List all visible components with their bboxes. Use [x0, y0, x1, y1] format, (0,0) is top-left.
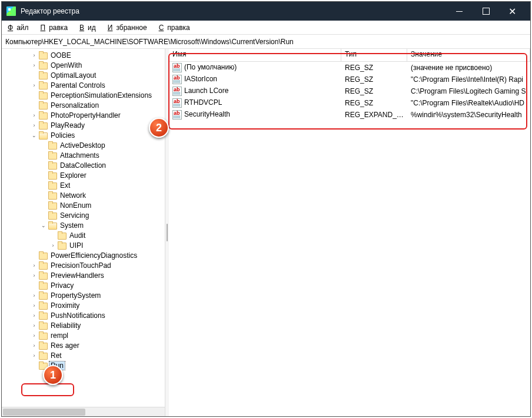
- value-type: REG_SZ: [341, 87, 407, 95]
- folder-icon: [57, 231, 66, 240]
- tree-item[interactable]: ›OOBE: [2, 50, 165, 60]
- expand-icon[interactable]: ›: [30, 323, 38, 329]
- tree-item-label: PushNotifications: [49, 311, 107, 320]
- tree-item[interactable]: ›PowerEfficiencyDiagnostics: [2, 250, 165, 260]
- tree-item-label: PowerEfficiencyDiagnostics: [49, 251, 138, 260]
- tree-item[interactable]: ›PreviewHandlers: [2, 270, 165, 280]
- value-row[interactable]: Launch LCoreREG_SZC:\Program Files\Logit…: [169, 85, 530, 97]
- tree-item[interactable]: ⌄System: [2, 220, 165, 230]
- tree-item[interactable]: ›PlayReady: [2, 120, 165, 130]
- column-type[interactable]: Тип: [341, 49, 407, 61]
- tree-item-label: PrecisionTouchPad: [49, 261, 112, 270]
- address-bar[interactable]: Компьютер\HKEY_LOCAL_MACHINE\SOFTWARE\Mi…: [2, 35, 530, 49]
- tree-item-label: PreviewHandlers: [49, 271, 105, 280]
- close-button[interactable]: ✕: [499, 2, 526, 21]
- tree-item[interactable]: ›PropertySystem: [2, 290, 165, 300]
- expand-icon[interactable]: ›: [30, 112, 38, 118]
- tree-item-label: Res ager: [49, 341, 81, 350]
- titlebar[interactable]: Редактор реестра ✕: [2, 2, 530, 21]
- value-row[interactable]: RTHDVCPLREG_SZ"C:\Program Files\Realtek\…: [169, 97, 530, 109]
- expand-icon[interactable]: ›: [30, 333, 38, 339]
- expand-icon[interactable]: ›: [30, 303, 38, 308]
- scrollbar-thumb[interactable]: [3, 409, 85, 416]
- value-row[interactable]: SecurityHealthREG_EXPAND_SZ%windir%\syst…: [169, 109, 530, 121]
- folder-icon: [48, 201, 57, 210]
- tree-item-label: Explorer: [59, 171, 88, 180]
- menu-view[interactable]: Вид: [76, 22, 103, 33]
- maximize-button[interactable]: [473, 2, 499, 21]
- tree-item[interactable]: ›PerceptionSimulationExtensions: [2, 90, 165, 100]
- tree-horizontal-scrollbar[interactable]: [2, 407, 165, 416]
- tree-item[interactable]: ›Explorer: [2, 170, 165, 180]
- tree-item[interactable]: ›PushNotifications: [2, 310, 165, 320]
- tree-pane[interactable]: ›OOBE›OpenWith›OptimalLayout›Parental Co…: [2, 49, 165, 416]
- folder-icon: [38, 261, 48, 270]
- menu-help[interactable]: Справка: [155, 22, 197, 33]
- string-value-icon: [172, 63, 182, 72]
- menu-favorites[interactable]: Избранное: [104, 22, 154, 33]
- tree-item[interactable]: ›Reliability: [2, 320, 165, 330]
- column-value[interactable]: Значение: [407, 49, 530, 61]
- tree-item[interactable]: ›DataCollection: [2, 160, 165, 170]
- expand-icon[interactable]: ›: [49, 243, 57, 248]
- expand-icon[interactable]: ›: [30, 62, 38, 68]
- tree-item[interactable]: ⌄Policies: [2, 130, 165, 140]
- tree-item[interactable]: ›rempl: [2, 330, 165, 340]
- menu-file[interactable]: Файл: [4, 22, 36, 33]
- tree-item-label: PlayReady: [49, 121, 86, 130]
- tree-item-label: PerceptionSimulationExtensions: [49, 91, 153, 99]
- tree-item[interactable]: ›Parental Controls: [2, 80, 165, 90]
- folder-icon: [48, 161, 57, 170]
- tree-item[interactable]: ›Ret: [2, 350, 165, 360]
- expand-icon[interactable]: ›: [30, 273, 38, 278]
- expand-icon[interactable]: ›: [30, 353, 38, 359]
- folder-icon: [38, 291, 48, 300]
- tree-item[interactable]: ›Ext: [2, 180, 165, 190]
- value-row[interactable]: (По умолчанию)REG_SZ(значение не присвое…: [169, 62, 530, 74]
- tree-item[interactable]: ›UIPI: [2, 240, 165, 250]
- tree-item[interactable]: ›PhotoPropertyHandler: [2, 110, 165, 120]
- values-header: Имя Тип Значение: [169, 49, 530, 62]
- tree-item-label: Proximity: [49, 301, 81, 310]
- folder-icon: [48, 141, 57, 150]
- expand-icon[interactable]: ›: [30, 82, 38, 88]
- tree-item[interactable]: ›NonEnum: [2, 200, 165, 210]
- values-pane[interactable]: Имя Тип Значение (По умолчанию)REG_SZ(зн…: [169, 49, 530, 416]
- folder-icon: [48, 221, 57, 230]
- tree-item[interactable]: ›Proximity: [2, 300, 165, 310]
- folder-icon: [38, 111, 48, 120]
- folder-icon: [48, 191, 57, 200]
- folder-icon: [38, 321, 48, 330]
- value-row[interactable]: IAStorIconREG_SZ"C:\Program Files\Intel\…: [169, 74, 530, 85]
- expand-icon[interactable]: ›: [30, 122, 38, 128]
- tree-item[interactable]: ›PrecisionTouchPad: [2, 260, 165, 270]
- tree-item[interactable]: ›Network: [2, 190, 165, 200]
- folder-icon: [38, 251, 48, 260]
- menu-edit[interactable]: Правка: [37, 22, 75, 33]
- tree-item[interactable]: ›Run: [2, 360, 165, 370]
- tree-item[interactable]: ›Attachments: [2, 150, 165, 160]
- tree-item[interactable]: ›OptimalLayout: [2, 70, 165, 80]
- minimize-button[interactable]: [446, 2, 473, 21]
- tree-item[interactable]: ›ActiveDesktop: [2, 140, 165, 150]
- value-name: IAStorIcon: [184, 75, 217, 83]
- expand-icon[interactable]: ›: [30, 293, 38, 298]
- folder-icon: [38, 71, 48, 79]
- collapse-icon[interactable]: ⌄: [39, 223, 48, 228]
- tree-item-label: ActiveDesktop: [59, 141, 107, 150]
- tree-item[interactable]: ›Servicing: [2, 210, 165, 220]
- callout-1: 1: [43, 365, 63, 385]
- expand-icon[interactable]: ›: [30, 52, 38, 58]
- expand-icon[interactable]: ›: [30, 313, 38, 319]
- collapse-icon[interactable]: ⌄: [30, 132, 38, 138]
- tree-item[interactable]: ›OpenWith: [2, 60, 165, 70]
- tree-item[interactable]: ›Res ager: [2, 340, 165, 350]
- tree-item[interactable]: ›Privacy: [2, 280, 165, 290]
- expand-icon[interactable]: ›: [30, 263, 38, 268]
- value-name: SecurityHealth: [184, 110, 230, 118]
- tree-item[interactable]: ›Audit: [2, 230, 165, 240]
- expand-icon[interactable]: ›: [30, 343, 38, 349]
- tree-item[interactable]: ›Personalization: [2, 100, 165, 110]
- tree-item-label: OptimalLayout: [49, 71, 97, 79]
- column-name[interactable]: Имя: [169, 49, 341, 61]
